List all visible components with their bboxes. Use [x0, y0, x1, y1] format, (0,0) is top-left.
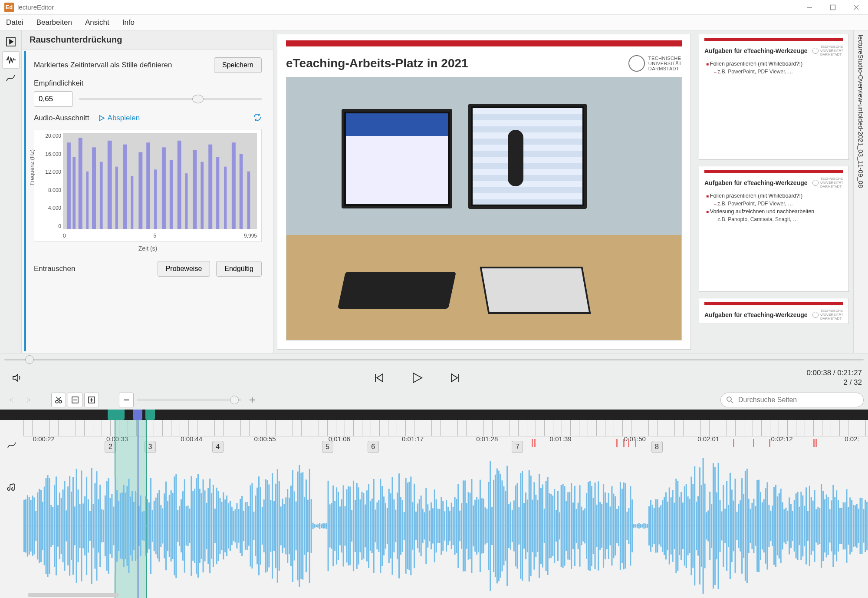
- svg-rect-537: [838, 500, 839, 552]
- svg-rect-442: [677, 481, 678, 571]
- svg-rect-179: [233, 511, 234, 541]
- page-marker[interactable]: 8: [651, 441, 663, 453]
- svg-rect-106: [109, 498, 111, 554]
- svg-rect-423: [645, 524, 646, 529]
- svg-rect-315: [463, 480, 464, 571]
- page-marker[interactable]: 7: [512, 441, 523, 453]
- svg-rect-62: [35, 511, 36, 541]
- svg-rect-347: [516, 483, 518, 568]
- refresh-icon[interactable]: [253, 113, 262, 123]
- svg-rect-458: [704, 484, 705, 568]
- cut-button[interactable]: [51, 393, 66, 407]
- svg-rect-1: [831, 5, 835, 10]
- svg-rect-168: [214, 509, 216, 543]
- zoom-out-button[interactable]: [119, 393, 134, 407]
- page-marker[interactable]: 5: [322, 441, 333, 453]
- menu-info[interactable]: Info: [122, 18, 135, 27]
- svg-rect-83: [71, 492, 72, 560]
- redo-button[interactable]: [21, 393, 36, 407]
- svg-rect-468: [721, 512, 722, 541]
- svg-rect-64: [39, 489, 40, 563]
- svg-rect-287: [415, 512, 417, 540]
- menu-edit[interactable]: Bearbeiten: [36, 18, 72, 27]
- svg-rect-16: [123, 145, 127, 229]
- svg-rect-163: [206, 503, 207, 549]
- rail-wave-icon[interactable]: [2, 51, 20, 69]
- page-marker[interactable]: 6: [368, 441, 379, 453]
- svg-rect-190: [251, 483, 253, 568]
- timeline-h-scrollbar[interactable]: [28, 593, 119, 597]
- rail-slides-icon[interactable]: [2, 33, 20, 50]
- svg-rect-137: [162, 509, 163, 544]
- svg-rect-370: [556, 510, 557, 542]
- waveform[interactable]: [23, 458, 868, 594]
- svg-rect-203: [273, 501, 275, 551]
- svg-rect-235: [328, 481, 329, 571]
- document-tab[interactable]: lectureStudio-Overview-unfolded-2021_03_…: [853, 30, 868, 353]
- svg-rect-361: [540, 488, 542, 564]
- undo-button[interactable]: [4, 393, 19, 407]
- svg-rect-343: [510, 502, 511, 549]
- remove-page-button[interactable]: [68, 393, 82, 407]
- rail-scribble-icon[interactable]: [2, 69, 20, 87]
- svg-rect-146: [177, 510, 178, 542]
- svg-rect-459: [706, 512, 707, 540]
- svg-rect-554: [866, 502, 868, 550]
- svg-rect-515: [800, 492, 802, 560]
- svg-rect-323: [476, 497, 477, 555]
- zoom-in-button[interactable]: [245, 393, 260, 407]
- svg-rect-545: [851, 500, 852, 552]
- svg-rect-271: [388, 489, 390, 563]
- page-search-input[interactable]: [737, 396, 858, 404]
- svg-rect-28: [216, 157, 219, 230]
- svg-rect-319: [469, 493, 470, 559]
- timeline[interactable]: 0:00:220:00:330:00:440:00:550:01:060:01:…: [0, 420, 868, 598]
- sensitivity-input[interactable]: [34, 91, 73, 107]
- svg-rect-166: [211, 493, 212, 558]
- svg-rect-161: [203, 479, 204, 572]
- svg-rect-305: [446, 500, 447, 552]
- svg-rect-331: [490, 461, 491, 591]
- thumbnail[interactable]: Aufgaben für eTeaching-WerkzeugeTECHNISC…: [699, 298, 849, 324]
- svg-rect-254: [360, 499, 361, 552]
- marker-strip[interactable]: [0, 410, 868, 420]
- sensitivity-slider[interactable]: [79, 98, 262, 100]
- svg-marker-5: [10, 40, 13, 44]
- menu-file[interactable]: Datei: [6, 18, 23, 27]
- svg-rect-295: [429, 511, 430, 542]
- svg-rect-250: [353, 481, 354, 572]
- prev-slide-button[interactable]: [373, 372, 385, 383]
- svg-rect-27: [208, 145, 212, 229]
- svg-rect-211: [287, 489, 288, 563]
- page-marker[interactable]: 4: [212, 441, 224, 453]
- play-clip-button[interactable]: Abspielen: [98, 114, 140, 122]
- menu-view[interactable]: Ansicht: [85, 18, 109, 27]
- add-page-button[interactable]: [84, 393, 99, 407]
- svg-rect-294: [427, 504, 428, 547]
- thumbnail[interactable]: Aufgaben für eTeaching-WerkzeugeTECHNISC…: [699, 34, 849, 160]
- svg-rect-126: [143, 511, 145, 541]
- zoom-slider[interactable]: [137, 399, 241, 401]
- svg-rect-484: [748, 499, 750, 553]
- svg-rect-70: [49, 478, 50, 574]
- window-maximize-icon[interactable]: [830, 4, 836, 10]
- svg-rect-522: [812, 501, 814, 552]
- final-button[interactable]: Endgültig: [216, 261, 262, 277]
- save-button[interactable]: Speichern: [214, 57, 262, 73]
- position-slider[interactable]: [0, 353, 868, 365]
- volume-icon[interactable]: [12, 373, 22, 383]
- svg-rect-241: [338, 492, 339, 560]
- play-button[interactable]: [411, 371, 424, 384]
- svg-rect-507: [787, 511, 788, 541]
- window-close-icon[interactable]: [853, 4, 859, 10]
- svg-rect-516: [802, 496, 803, 557]
- preview-button[interactable]: Probeweise: [158, 261, 210, 277]
- svg-rect-296: [431, 502, 432, 549]
- next-slide-button[interactable]: [450, 372, 461, 383]
- window-minimize-icon[interactable]: [806, 4, 812, 10]
- svg-rect-407: [618, 506, 619, 546]
- thumbnail[interactable]: Aufgaben für eTeaching-WerkzeugeTECHNISC…: [699, 166, 849, 292]
- page-search[interactable]: [720, 393, 864, 407]
- thumbnail-list[interactable]: Aufgaben für eTeaching-WerkzeugeTECHNISC…: [694, 30, 853, 353]
- svg-rect-79: [64, 481, 65, 571]
